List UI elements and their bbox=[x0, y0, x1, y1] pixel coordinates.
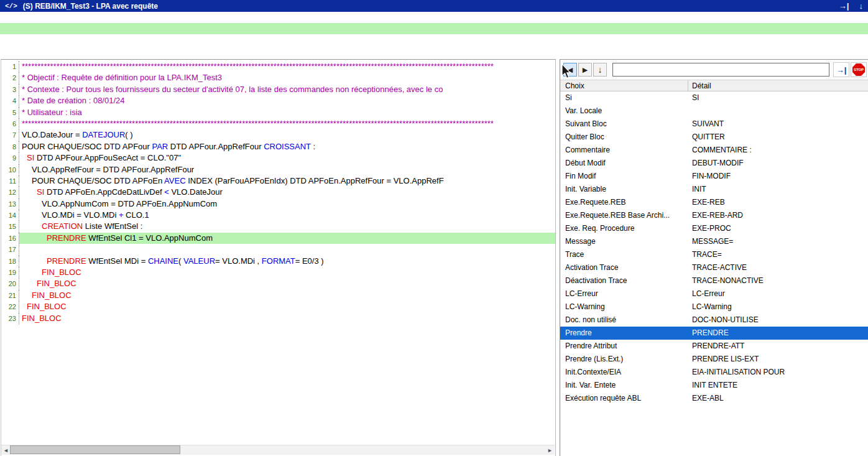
prev-button[interactable]: ◀ bbox=[563, 63, 577, 77]
choice-panel: ◀ ▶ ↓ →| STOP Choix Détail SiSIVar. Loca… bbox=[560, 59, 868, 456]
code-line-text: VLO.AppNumCom = DTD APFoEn.AppNumCom bbox=[19, 198, 555, 210]
choice-row[interactable]: Activation TraceTRACE-ACTIVE bbox=[560, 261, 868, 274]
choice-row[interactable]: Quitter BlocQUITTER bbox=[560, 131, 868, 144]
line-number: 7 bbox=[1, 129, 19, 141]
choice-row[interactable]: Init. Var. EnteteINIT ENTETE bbox=[560, 379, 868, 392]
choice-row[interactable]: LC-ErreurLC-Erreur bbox=[560, 287, 868, 300]
choice-row[interactable]: Var. Locale bbox=[560, 105, 868, 118]
scrollbar-thumb[interactable] bbox=[10, 445, 180, 454]
line-number: 18 bbox=[1, 256, 19, 267]
choice-detail: MESSAGE= bbox=[688, 235, 868, 248]
search-input[interactable] bbox=[612, 63, 829, 77]
code-line-text: * Contexte : Pour tous les fournisseurs … bbox=[19, 84, 555, 95]
choice-label: Exe.Requete.REB Base Archi... bbox=[560, 209, 688, 222]
code-line[interactable]: 2* Objectif : Requête de définition pour… bbox=[1, 72, 555, 83]
dock-right-icon[interactable]: →| bbox=[839, 1, 849, 11]
horizontal-scrollbar[interactable]: ◄ ► bbox=[1, 445, 555, 455]
choice-row-selected[interactable]: PrendrePRENDRE bbox=[560, 327, 868, 340]
code-line-text: FIN_BLOC bbox=[19, 290, 555, 301]
choice-row[interactable]: Suivant BlocSUIVANT bbox=[560, 118, 868, 131]
code-line[interactable]: 12SI DTD APFoEn.AppCdeDatLivDef < VLO.Da… bbox=[1, 187, 555, 198]
code-line[interactable]: 15CREATION Liste WfEntSel : bbox=[1, 221, 555, 232]
choice-row[interactable]: LC-WarningLC-Warning bbox=[560, 300, 868, 314]
choice-row[interactable]: SiSI bbox=[560, 91, 868, 105]
code-line[interactable]: 4* Date de création : 08/01/24 bbox=[1, 95, 555, 106]
choice-detail bbox=[688, 105, 868, 118]
titlebar-buttons: →| ↓ bbox=[839, 1, 863, 11]
code-line[interactable]: 3* Contexte : Pour tous les fournisseurs… bbox=[1, 84, 555, 95]
choice-row[interactable]: TraceTRACE= bbox=[560, 248, 868, 261]
code-line[interactable]: 9SI DTD APFour.AppFouSecAct = CLO."07" bbox=[1, 152, 555, 164]
choice-label: Exécution requête ABL bbox=[560, 392, 688, 405]
line-number: 1 bbox=[1, 61, 19, 72]
code-line[interactable]: 1***************************************… bbox=[1, 61, 555, 72]
choice-row[interactable]: Exe.Requete.REBEXE-REB bbox=[560, 196, 868, 209]
code-line[interactable]: 6***************************************… bbox=[1, 118, 555, 129]
choice-label: Fin Modif bbox=[560, 170, 688, 183]
choice-row[interactable]: Déactivation TraceTRACE-NONACTIVE bbox=[560, 274, 868, 287]
code-line[interactable]: 5* Utilisateur : isia bbox=[1, 107, 555, 118]
code-line[interactable]: 13VLO.AppNumCom = DTD APFoEn.AppNumCom bbox=[1, 198, 555, 210]
scroll-right-button[interactable]: ► bbox=[545, 445, 555, 455]
code-line[interactable]: 11POUR CHAQUE/SOC DTD APFoEn AVEC INDEX … bbox=[1, 175, 555, 187]
choice-row[interactable]: Exe.Requete.REB Base Archi...EXE-REB-ARD bbox=[560, 209, 868, 222]
code-line[interactable]: 21FIN_BLOC bbox=[1, 290, 555, 301]
next-button[interactable]: ▶ bbox=[578, 63, 592, 77]
choice-detail: EXE-PROC bbox=[688, 222, 868, 235]
line-number: 14 bbox=[1, 210, 19, 221]
code-line[interactable]: 7VLO.DateJour = DATEJOUR( ) bbox=[1, 129, 555, 141]
code-line-text: FIN_BLOC bbox=[19, 313, 555, 324]
line-number: 15 bbox=[1, 221, 19, 232]
choice-detail: TRACE-NONACTIVE bbox=[688, 274, 868, 287]
code-lines: 1***************************************… bbox=[1, 60, 555, 445]
code-line[interactable]: 10VLO.AppRefFour = DTD APFour.AppRefFour bbox=[1, 164, 555, 175]
choice-row[interactable]: Prendre (Lis.Ext.)PRENDRE LIS-EXT bbox=[560, 353, 868, 366]
stop-button[interactable]: STOP bbox=[851, 62, 867, 77]
line-number: 3 bbox=[1, 84, 19, 95]
choice-row[interactable]: Exe. Req. ProcedureEXE-PROC bbox=[560, 222, 868, 235]
choice-row[interactable]: Fin ModifFIN-MODIF bbox=[560, 170, 868, 183]
choice-row[interactable]: Init. VariableINIT bbox=[560, 183, 868, 196]
code-line[interactable]: 14VLO.MDi = VLO.MDi + CLO.1 bbox=[1, 210, 555, 221]
line-number: 2 bbox=[1, 72, 19, 83]
choice-row[interactable]: Exécution requête ABLEXE-ABL bbox=[560, 392, 868, 405]
choice-row[interactable]: Prendre AttributPRENDRE-ATT bbox=[560, 340, 868, 353]
choice-detail: PRENDRE-ATT bbox=[688, 340, 868, 353]
line-number: 4 bbox=[1, 95, 19, 106]
choice-label: LC-Erreur bbox=[560, 287, 688, 300]
choice-label: Var. Locale bbox=[560, 105, 688, 118]
code-line-text: FIN_BLOC bbox=[19, 278, 555, 289]
choice-row[interactable]: MessageMESSAGE= bbox=[560, 235, 868, 248]
download-down-icon[interactable]: ↓ bbox=[859, 1, 864, 11]
code-line[interactable]: 23FIN_BLOC bbox=[1, 313, 555, 324]
title-bar: </> (S) REB/IKM_Test3 - LPA avec requête… bbox=[0, 0, 868, 12]
code-line[interactable]: 18PRENDRE WfEntSel MDi = CHAINE( VALEUR=… bbox=[1, 256, 555, 267]
code-line[interactable]: 19FIN_BLOC bbox=[1, 267, 555, 278]
window-title: (S) REB/IKM_Test3 - LPA avec requête bbox=[23, 2, 158, 11]
choice-detail: DOC-NON-UTILISE bbox=[688, 314, 868, 327]
code-line[interactable]: 16PRENDRE WfEntSel Cl1 = VLO.AppNumCom bbox=[1, 233, 555, 244]
scroll-left-button[interactable]: ◄ bbox=[1, 445, 11, 455]
code-line[interactable]: 22FIN_BLOC bbox=[1, 301, 555, 312]
code-line[interactable]: 17 bbox=[1, 244, 555, 255]
choice-label: Exe.Requete.REB bbox=[560, 196, 688, 209]
choice-label: LC-Warning bbox=[560, 300, 688, 314]
code-line[interactable]: 20FIN_BLOC bbox=[1, 278, 555, 289]
code-line-text: CREATION Liste WfEntSel : bbox=[19, 221, 555, 232]
choice-label: Exe. Req. Procedure bbox=[560, 222, 688, 235]
choice-detail: EXE-ABL bbox=[688, 392, 868, 405]
choice-detail: INIT ENTETE bbox=[688, 379, 868, 392]
choice-row[interactable]: Début ModifDEBUT-MODIF bbox=[560, 157, 868, 170]
column-header-detail[interactable]: Détail bbox=[688, 80, 868, 91]
code-line-text: FIN_BLOC bbox=[19, 267, 555, 278]
choice-label: Init.Contexte/EIA bbox=[560, 366, 688, 379]
choice-row[interactable]: CommentaireCOMMENTAIRE : bbox=[560, 144, 868, 157]
choice-row[interactable]: Doc. non utiliséDOC-NON-UTILISE bbox=[560, 314, 868, 327]
choice-row[interactable]: Init.Contexte/EIAEIA-INITIALISATION POUR bbox=[560, 366, 868, 379]
code-line[interactable]: 8POUR CHAQUE/SOC DTD APFour PAR DTD APFo… bbox=[1, 141, 555, 152]
column-header-choix[interactable]: Choix bbox=[560, 80, 688, 91]
go-button[interactable]: →| bbox=[833, 62, 849, 77]
line-number: 6 bbox=[1, 118, 19, 129]
insert-down-button[interactable]: ↓ bbox=[593, 63, 607, 77]
statement-edit-line[interactable]: PRENDRE WfEntSel Cl1 = VLO.AppNumCom bbox=[0, 12, 868, 23]
